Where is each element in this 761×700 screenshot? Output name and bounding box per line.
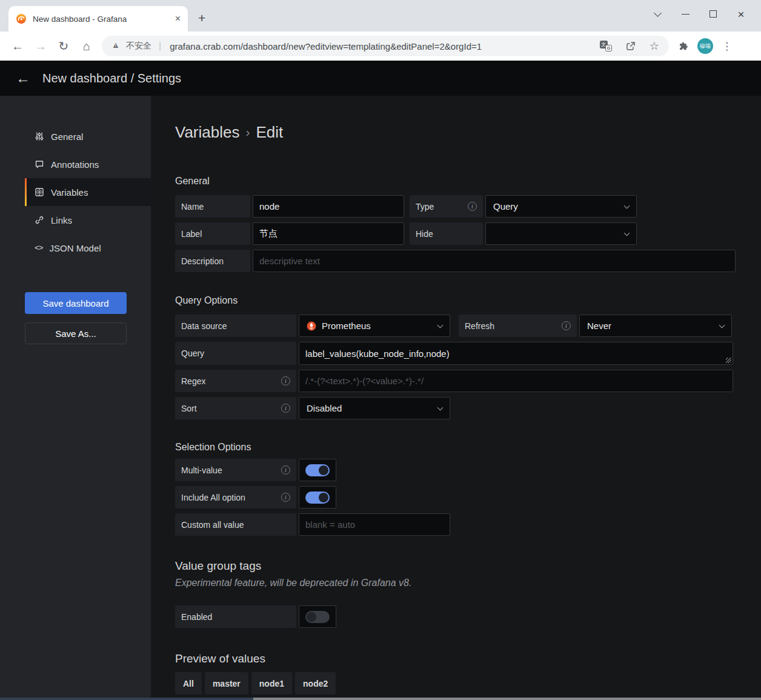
share-icon[interactable] xyxy=(625,41,636,52)
window-minimize-button[interactable] xyxy=(671,5,699,23)
go-back-button[interactable]: ← xyxy=(16,70,30,87)
tab-title: New dashboard - Grafana xyxy=(33,15,169,24)
query-options-section: Query Options Data source Prometheus xyxy=(175,295,736,419)
tab-close-icon[interactable]: × xyxy=(175,14,181,24)
browser-home-button[interactable]: ⌂ xyxy=(75,39,98,53)
query-textarea[interactable]: label_values(kube_node_info,node) xyxy=(299,342,733,365)
description-label: Description xyxy=(175,250,250,272)
breadcrumb-section[interactable]: Variables xyxy=(175,123,239,141)
info-icon[interactable]: i xyxy=(562,321,571,330)
url-text[interactable]: grafana.crab.com/dashboard/new?editview=… xyxy=(170,41,587,52)
sort-select[interactable]: Disabled xyxy=(299,397,450,419)
link-icon xyxy=(35,215,44,225)
window-maximize-button[interactable] xyxy=(699,5,727,23)
tab-strip: New dashboard - Grafana × + × xyxy=(0,0,761,32)
sidebar-item-label: General xyxy=(51,132,83,142)
chevron-down-icon xyxy=(624,202,630,208)
sidebar-item-label: Variables xyxy=(51,187,88,198)
sidebar-item-label: Links xyxy=(51,215,72,225)
preview-heading: Preview of values xyxy=(175,652,736,665)
breadcrumb: Variables›Edit xyxy=(175,123,736,142)
type-select[interactable]: Query xyxy=(485,195,637,218)
window-chevron-icon[interactable] xyxy=(643,5,671,23)
not-secure-label: 不安全 xyxy=(126,41,151,52)
multi-value-toggle[interactable] xyxy=(299,459,336,481)
custom-all-value-label: Custom all value xyxy=(175,513,296,536)
settings-sidebar: General Annotations Variables xyxy=(0,96,151,700)
enabled-toggle[interactable] xyxy=(299,605,336,628)
custom-all-value-input[interactable] xyxy=(299,513,450,536)
grafana-favicon-icon xyxy=(16,13,27,24)
variables-grid-icon xyxy=(35,187,44,197)
refresh-select[interactable]: Never xyxy=(579,315,732,337)
description-input[interactable] xyxy=(253,250,736,272)
browser-chrome: New dashboard - Grafana × + × ← → ↻ ⌂ ▲ … xyxy=(0,0,761,61)
info-icon[interactable]: i xyxy=(468,202,477,211)
label-input[interactable] xyxy=(253,222,404,245)
regex-input[interactable] xyxy=(299,370,733,392)
data-source-label: Data source xyxy=(175,315,296,337)
hide-label: Hide xyxy=(410,222,483,245)
window-bottom-edge xyxy=(0,698,761,700)
info-icon[interactable]: i xyxy=(281,376,290,385)
sidebar-item-variables[interactable]: Variables xyxy=(25,178,151,206)
sidebar-item-links[interactable]: Links xyxy=(0,206,151,234)
code-brackets-icon: <> xyxy=(35,244,43,253)
refresh-label: Refreshi xyxy=(459,315,577,337)
breadcrumb-page: Edit xyxy=(256,123,283,141)
include-all-label: Include All optioni xyxy=(175,486,296,508)
save-as-button[interactable]: Save As... xyxy=(25,322,127,344)
chevron-down-icon xyxy=(437,404,444,410)
window-controls: × xyxy=(643,5,755,23)
label-label: Label xyxy=(175,222,250,245)
data-source-select[interactable]: Prometheus xyxy=(299,315,450,337)
browser-back-button[interactable]: ← xyxy=(6,39,29,53)
preview-chips: All master node1 node2 xyxy=(175,672,736,695)
address-bar[interactable]: ▲ ! 不安全 | grafana.crab.com/dashboard/new… xyxy=(102,36,669,56)
breadcrumb-separator: › xyxy=(245,125,250,139)
browser-reload-button[interactable]: ↻ xyxy=(52,39,75,53)
browser-menu-icon[interactable]: ⋮ xyxy=(722,40,732,53)
info-icon[interactable]: i xyxy=(281,404,290,413)
preview-section: Preview of values All master node1 node2 xyxy=(175,652,736,695)
selection-options-heading: Selection Options xyxy=(175,442,736,453)
value-group-tags-section: Value group tags Experimental feature, w… xyxy=(175,559,736,628)
preview-chip[interactable]: node2 xyxy=(295,672,336,695)
comment-icon xyxy=(35,159,44,169)
browser-tab[interactable]: New dashboard - Grafana × xyxy=(8,6,188,32)
preview-chip[interactable]: node1 xyxy=(251,672,292,695)
regex-label: Regexi xyxy=(175,370,296,392)
sidebar-item-general[interactable]: General xyxy=(0,122,151,150)
sidebar-item-json-model[interactable]: <> JSON Model xyxy=(0,234,151,262)
hide-select[interactable] xyxy=(485,222,637,245)
translate-icon[interactable]: 文 G xyxy=(600,41,612,52)
name-input[interactable] xyxy=(253,195,404,218)
enabled-label: Enabled xyxy=(175,605,296,628)
multi-value-label: Multi-valuei xyxy=(175,459,296,481)
sidebar-item-annotations[interactable]: Annotations xyxy=(0,150,151,178)
resize-handle[interactable] xyxy=(726,358,731,363)
query-label: Query xyxy=(175,342,296,365)
experimental-note: Experimental feature, will be deprecated… xyxy=(175,578,736,588)
general-heading: General xyxy=(175,176,736,187)
save-dashboard-button[interactable]: Save dashboard xyxy=(25,292,127,314)
include-all-toggle[interactable] xyxy=(299,486,336,508)
not-secure-warning-icon[interactable]: ▲ ! xyxy=(111,41,121,51)
preview-chip[interactable]: All xyxy=(175,672,202,695)
new-tab-button[interactable]: + xyxy=(198,11,205,25)
selection-options-section: Selection Options Multi-valuei Include A… xyxy=(175,442,736,536)
profile-avatar[interactable]: 穆瑞 xyxy=(697,38,713,54)
extensions-puzzle-icon[interactable] xyxy=(679,41,689,52)
toolbar-right: 穆瑞 ⋮ xyxy=(679,38,732,54)
browser-forward-button[interactable]: → xyxy=(29,39,52,53)
sort-label: Sorti xyxy=(175,397,296,419)
chevron-down-icon xyxy=(624,230,630,236)
info-icon[interactable]: i xyxy=(281,493,290,502)
prometheus-icon xyxy=(307,321,316,331)
url-separator: | xyxy=(159,41,161,52)
preview-chip[interactable]: master xyxy=(205,672,248,695)
bookmark-star-icon[interactable]: ☆ xyxy=(650,39,659,53)
info-icon[interactable]: i xyxy=(281,465,290,475)
name-label: Name xyxy=(175,195,250,218)
window-close-button[interactable]: × xyxy=(727,5,755,23)
